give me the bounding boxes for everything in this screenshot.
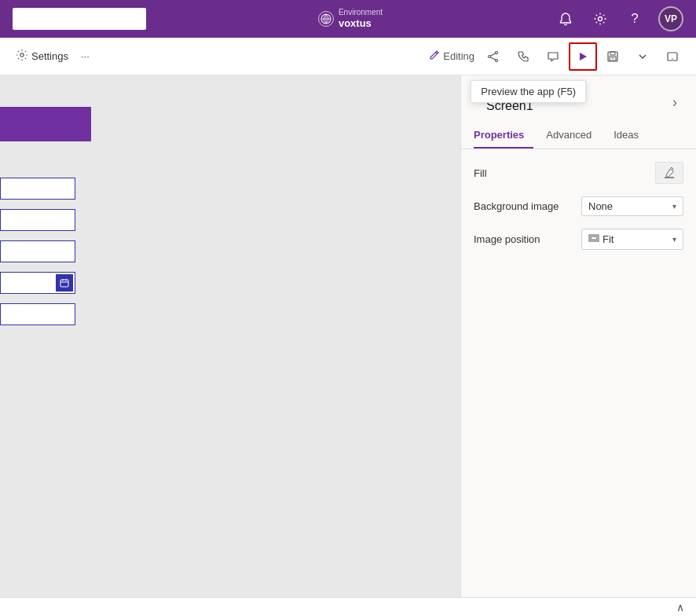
search-input[interactable]	[13, 8, 146, 30]
editing-text: Editing	[443, 50, 474, 62]
environment-name: voxtus	[339, 17, 383, 30]
canvas-area[interactable]	[0, 75, 460, 597]
settings-header-button[interactable]	[589, 8, 611, 30]
svg-point-3	[598, 17, 602, 21]
phone-button[interactable]	[509, 42, 537, 71]
environment-label: Environment	[339, 8, 383, 17]
image-position-prop-row: Image position Fit ▾	[474, 229, 683, 250]
form-field-date[interactable]	[0, 272, 75, 294]
panel-nav-arrow[interactable]: ›	[666, 88, 683, 117]
environment-icon	[318, 11, 334, 27]
toolbar-right: Editing	[429, 42, 687, 71]
header-bar: Environment voxtus ? VP	[0, 0, 696, 38]
preview-tooltip: Preview the app (F5)	[471, 80, 586, 103]
form-field-5[interactable]	[0, 303, 75, 325]
environment-text: Environment voxtus	[339, 8, 383, 30]
svg-point-7	[489, 55, 491, 57]
panel-body: Fill Background image None ▾	[461, 149, 696, 597]
tooltip-text: Preview the app (F5)	[481, 86, 576, 97]
panel-tabs: Properties Advanced Ideas	[461, 123, 696, 149]
main-area: SCREEN ? Screen1 › Properties Advanced I…	[0, 75, 696, 597]
header-left	[13, 8, 146, 30]
toolbar-bar: Settings ··· Editing	[0, 38, 696, 75]
chat-button[interactable]	[539, 42, 567, 71]
image-position-value: Fit	[603, 233, 614, 245]
toolbar-left: Settings ···	[9, 46, 93, 68]
preview-button[interactable]	[569, 42, 597, 71]
tab-properties[interactable]: Properties	[474, 123, 533, 148]
settings-gear-icon	[16, 49, 28, 64]
tab-advanced[interactable]: Advanced	[546, 123, 601, 148]
svg-rect-23	[591, 236, 597, 240]
avatar[interactable]: VP	[658, 6, 683, 31]
svg-line-8	[490, 53, 495, 56]
bottom-bar: ∧	[0, 597, 696, 616]
fill-label: Fill	[474, 167, 487, 179]
help-button[interactable]: ?	[624, 8, 646, 30]
background-image-prop-row: Background image None ▾	[474, 196, 683, 216]
background-image-chevron-icon: ▾	[672, 202, 676, 211]
calendar-icon[interactable]	[56, 274, 73, 292]
fill-swatch-button[interactable]	[655, 162, 683, 184]
image-fit-icon	[588, 233, 599, 246]
fill-prop-row: Fill	[474, 162, 683, 184]
share-button[interactable]	[479, 42, 507, 71]
svg-point-4	[20, 53, 24, 56]
svg-line-9	[490, 57, 495, 60]
background-image-select[interactable]: None ▾	[581, 196, 683, 216]
image-position-chevron-icon: ▾	[672, 235, 676, 244]
background-image-label: Background image	[474, 200, 559, 212]
tab-ideas[interactable]: Ideas	[614, 123, 648, 148]
image-position-select[interactable]: Fit ▾	[581, 229, 683, 250]
header-right: ? VP	[555, 6, 683, 31]
form-field-3[interactable]	[0, 240, 75, 262]
svg-marker-10	[580, 53, 587, 60]
right-panel: SCREEN ? Screen1 › Properties Advanced I…	[460, 75, 696, 597]
notifications-button[interactable]	[555, 8, 577, 30]
environment-info: Environment voxtus	[318, 8, 383, 30]
canvas-content	[0, 75, 448, 597]
background-image-value: None	[588, 200, 613, 212]
editing-label: Editing	[429, 50, 474, 63]
image-position-label: Image position	[474, 233, 540, 245]
settings-label: Settings	[31, 50, 68, 62]
svg-point-6	[496, 59, 498, 61]
svg-point-5	[496, 51, 498, 53]
chevron-down-button[interactable]	[628, 42, 657, 71]
collapse-button[interactable]: ∧	[671, 600, 690, 615]
settings-button[interactable]: Settings	[9, 46, 75, 68]
save-button[interactable]	[599, 42, 627, 71]
svg-rect-17	[60, 280, 68, 287]
more-button[interactable]: ···	[78, 47, 93, 65]
app-header-block	[0, 107, 91, 141]
tablet-view-button[interactable]	[658, 42, 687, 71]
pencil-icon	[429, 50, 440, 63]
form-field-1[interactable]	[0, 178, 75, 200]
form-field-2[interactable]	[0, 209, 75, 231]
